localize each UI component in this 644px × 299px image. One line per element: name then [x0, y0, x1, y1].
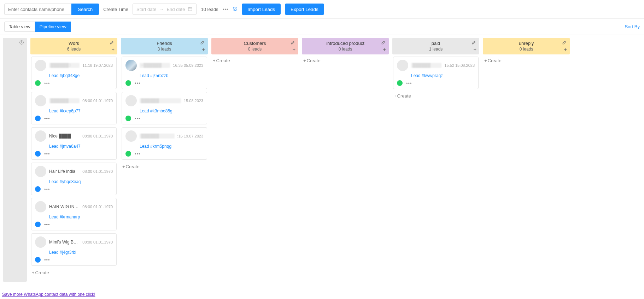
- contact-name-redacted: +██████: [140, 63, 170, 68]
- create-lead-link[interactable]: +Create: [31, 269, 117, 277]
- column-header: unreply0 leads+: [483, 38, 570, 54]
- lead-link[interactable]: Lead #k3mbe85g: [140, 109, 203, 113]
- lead-card[interactable]: ██████15:52 15.08.2023Lead #kwwpraqz•••: [393, 57, 479, 89]
- edit-icon[interactable]: [472, 40, 476, 46]
- card-more-icon[interactable]: •••: [135, 151, 141, 157]
- pipeline-column-intro: introduced product0 leads++Create: [302, 38, 389, 282]
- card-more-icon[interactable]: •••: [406, 81, 412, 86]
- card-more-icon[interactable]: •••: [44, 187, 50, 192]
- edit-icon[interactable]: [200, 40, 205, 46]
- contact-name: Nice ████: [49, 134, 80, 139]
- whatsapp-icon: [125, 151, 131, 157]
- create-time-label: Create Time: [103, 7, 128, 12]
- date-separator: →: [159, 7, 164, 12]
- pipeline-column-customers: Customers0 leads++Create: [211, 38, 298, 282]
- lead-link[interactable]: Lead #ybqe8eaq: [49, 179, 113, 184]
- contact-name-redacted: ██████: [49, 98, 80, 103]
- channel-icon: [35, 222, 41, 227]
- lead-card[interactable]: ██████311:18 19.07.2023Lead #jbq348ge•••: [31, 57, 117, 89]
- refresh-icon[interactable]: [233, 6, 238, 12]
- date-range-picker[interactable]: Start date → End date: [133, 4, 197, 15]
- lead-link[interactable]: Lead #kwwpraqz: [411, 73, 475, 78]
- avatar: [125, 60, 137, 71]
- avatar: [35, 130, 46, 142]
- lead-card[interactable]: Mimi's Wig Boutique08:00 01.01.1970Lead …: [31, 233, 117, 266]
- lead-link[interactable]: Lead #jz5rbzzb: [140, 73, 203, 78]
- lead-link[interactable]: Lead #jmva6a47: [49, 144, 113, 149]
- tab-pipeline-view[interactable]: Pipeline view: [35, 22, 71, 32]
- export-leads-button[interactable]: Export Leads: [285, 4, 324, 15]
- search-input[interactable]: [4, 4, 71, 15]
- contact-name: Mimi's Wig Boutique: [49, 240, 80, 245]
- edit-icon[interactable]: [381, 40, 386, 46]
- lead-link[interactable]: Lead #jbq348ge: [49, 73, 113, 78]
- search-button[interactable]: Search: [71, 4, 99, 15]
- lead-card[interactable]: HAIR WIG INDIA08:00 01.01.1970Lead #krma…: [31, 198, 117, 230]
- contact-name: Hair Life India: [49, 169, 80, 174]
- calendar-icon: [188, 6, 193, 12]
- edit-icon[interactable]: [562, 40, 567, 46]
- column-body: ██████15:52 15.08.2023Lead #kwwpraqz•••+…: [392, 54, 479, 282]
- whatsapp-icon: [125, 80, 131, 86]
- plus-icon: +: [484, 58, 487, 63]
- pipeline-column-work: Work6 leads+██████311:18 19.07.2023Lead …: [30, 38, 117, 282]
- create-lead-link[interactable]: +Create: [212, 57, 298, 65]
- channel-icon: [35, 151, 41, 157]
- contact-name-redacted: ██████3: [49, 63, 80, 68]
- contact-name-redacted: ██████: [411, 63, 441, 68]
- toolbar: Search Create Time Start date → End date…: [0, 0, 644, 19]
- card-more-icon[interactable]: •••: [44, 81, 50, 86]
- card-more-icon[interactable]: •••: [44, 222, 50, 227]
- column-title: paid: [396, 41, 476, 46]
- card-more-icon[interactable]: •••: [135, 116, 141, 121]
- import-leads-button[interactable]: Import Leads: [242, 4, 281, 15]
- add-icon[interactable]: +: [564, 46, 567, 52]
- whatsapp-icon: [125, 116, 131, 121]
- avatar: [35, 166, 46, 177]
- create-lead-link[interactable]: +Create: [303, 57, 388, 65]
- pipeline-board: Work6 leads+██████311:18 19.07.2023Lead …: [0, 35, 644, 285]
- plus-icon: +: [122, 164, 125, 169]
- channel-icon: [35, 186, 41, 192]
- lead-card[interactable]: ██████:16 19.07.2023Lead #krm5pnqg•••: [122, 127, 207, 160]
- plus-icon: +: [303, 58, 306, 63]
- lead-link[interactable]: Lead #krm5pnqg: [140, 144, 203, 149]
- column-body: ██████311:18 19.07.2023Lead #jbq348ge•••…: [30, 54, 117, 282]
- create-lead-link[interactable]: +Create: [393, 92, 479, 100]
- add-icon[interactable]: +: [383, 46, 386, 52]
- tab-table-view[interactable]: Table view: [4, 22, 35, 32]
- add-icon[interactable]: +: [473, 46, 476, 52]
- lead-card[interactable]: Nice ████08:00 01.01.1970Lead #jmva6a47•…: [31, 127, 117, 160]
- add-icon[interactable]: +: [292, 46, 295, 52]
- add-icon[interactable]: +: [111, 46, 115, 52]
- card-more-icon[interactable]: •••: [44, 151, 50, 157]
- avatar: [125, 130, 137, 142]
- contact-name: HAIR WIG INDIA: [49, 204, 80, 209]
- plus-icon: +: [213, 58, 216, 63]
- sort-by-link[interactable]: Sort By: [625, 24, 640, 29]
- lead-link[interactable]: Lead #kxep6p77: [49, 109, 113, 113]
- card-more-icon[interactable]: •••: [135, 81, 141, 86]
- edit-icon[interactable]: [110, 40, 115, 46]
- add-icon[interactable]: +: [202, 46, 205, 52]
- card-more-icon[interactable]: •••: [44, 116, 50, 121]
- more-icon[interactable]: •••: [223, 7, 229, 12]
- lead-link[interactable]: Lead #j4gr3rbl: [49, 250, 113, 255]
- lead-card[interactable]: ██████15.08.2023Lead #k3mbe85g•••: [122, 92, 207, 124]
- lead-card[interactable]: +██████16:35 05.09.2023Lead #jz5rbzzb•••: [122, 57, 207, 89]
- column-body: +██████16:35 05.09.2023Lead #jz5rbzzb•••…: [121, 54, 208, 282]
- timestamp: 15.08.2023: [184, 99, 203, 103]
- edit-icon[interactable]: [291, 40, 295, 46]
- card-more-icon[interactable]: •••: [44, 257, 50, 263]
- column-title: Friends: [124, 41, 204, 46]
- lead-card[interactable]: ██████08:00 01.01.1970Lead #kxep6p77•••: [31, 92, 117, 124]
- lead-card[interactable]: Hair Life India08:00 01.01.1970Lead #ybq…: [31, 163, 117, 195]
- create-lead-link[interactable]: +Create: [484, 57, 569, 65]
- column-body: +Create: [211, 54, 298, 282]
- create-lead-link[interactable]: +Create: [122, 163, 207, 171]
- leading-column: [3, 38, 27, 282]
- column-body: +Create: [302, 54, 389, 282]
- column-header: Work6 leads+: [30, 38, 117, 54]
- lead-link[interactable]: Lead #krmanarp: [49, 215, 113, 219]
- column-subtitle: 0 leads: [215, 47, 295, 52]
